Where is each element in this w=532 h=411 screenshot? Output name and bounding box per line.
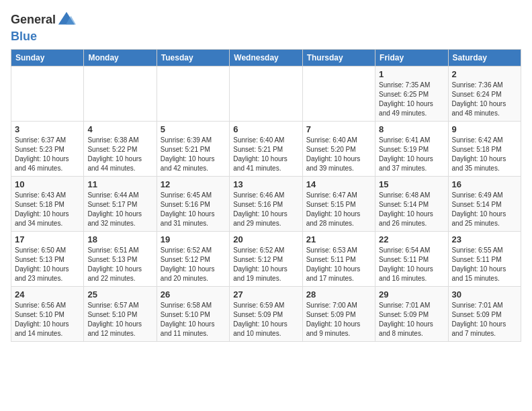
day-number: 23 [452, 234, 517, 244]
day-info: Sunrise: 6:55 AM Sunset: 5:11 PM Dayligh… [452, 246, 517, 283]
calendar-cell: 12Sunrise: 6:45 AM Sunset: 5:16 PM Dayli… [157, 177, 229, 232]
calendar-cell: 20Sunrise: 6:52 AM Sunset: 5:12 PM Dayli… [230, 232, 302, 287]
calendar-week-row: 3Sunrise: 6:37 AM Sunset: 5:23 PM Daylig… [11, 122, 521, 177]
calendar-cell: 10Sunrise: 6:43 AM Sunset: 5:18 PM Dayli… [11, 177, 84, 232]
logo-icon [57, 11, 76, 30]
day-info: Sunrise: 7:35 AM Sunset: 6:25 PM Dayligh… [379, 81, 444, 118]
day-info: Sunrise: 6:49 AM Sunset: 5:14 PM Dayligh… [452, 191, 517, 228]
calendar-week-row: 10Sunrise: 6:43 AM Sunset: 5:18 PM Dayli… [11, 177, 521, 232]
calendar-cell: 5Sunrise: 6:39 AM Sunset: 5:21 PM Daylig… [157, 122, 229, 177]
calendar-cell: 30Sunrise: 7:01 AM Sunset: 5:09 PM Dayli… [448, 287, 521, 342]
day-info: Sunrise: 6:41 AM Sunset: 5:19 PM Dayligh… [379, 136, 444, 173]
day-number: 17 [15, 234, 80, 244]
weekday-header-saturday: Saturday [448, 50, 521, 66]
weekday-header-wednesday: Wednesday [230, 50, 302, 66]
day-info: Sunrise: 6:38 AM Sunset: 5:22 PM Dayligh… [87, 136, 152, 173]
day-info: Sunrise: 6:56 AM Sunset: 5:10 PM Dayligh… [15, 301, 80, 338]
day-info: Sunrise: 6:42 AM Sunset: 5:18 PM Dayligh… [452, 136, 517, 173]
calendar-week-row: 24Sunrise: 6:56 AM Sunset: 5:10 PM Dayli… [11, 287, 521, 342]
calendar-cell: 25Sunrise: 6:57 AM Sunset: 5:10 PM Dayli… [84, 287, 157, 342]
day-number: 26 [161, 289, 226, 300]
day-number: 11 [87, 179, 152, 189]
day-info: Sunrise: 6:51 AM Sunset: 5:13 PM Dayligh… [87, 246, 152, 283]
day-number: 1 [379, 69, 444, 79]
calendar-cell: 29Sunrise: 7:01 AM Sunset: 5:09 PM Dayli… [375, 287, 448, 342]
day-number: 2 [452, 69, 517, 79]
calendar-cell: 16Sunrise: 6:49 AM Sunset: 5:14 PM Dayli… [448, 177, 521, 232]
day-info: Sunrise: 7:01 AM Sunset: 5:09 PM Dayligh… [452, 301, 517, 338]
calendar-cell: 6Sunrise: 6:40 AM Sunset: 5:21 PM Daylig… [230, 122, 302, 177]
calendar-week-row: 1Sunrise: 7:35 AM Sunset: 6:25 PM Daylig… [11, 66, 521, 122]
day-number: 7 [306, 124, 371, 134]
calendar-cell: 8Sunrise: 6:41 AM Sunset: 5:19 PM Daylig… [375, 122, 448, 177]
calendar-cell: 17Sunrise: 6:50 AM Sunset: 5:13 PM Dayli… [11, 232, 84, 287]
day-number: 5 [161, 124, 226, 134]
day-number: 24 [15, 289, 80, 300]
calendar-cell: 28Sunrise: 7:00 AM Sunset: 5:09 PM Dayli… [302, 287, 375, 342]
calendar-cell [157, 66, 229, 122]
day-number: 18 [87, 234, 152, 244]
day-info: Sunrise: 7:00 AM Sunset: 5:09 PM Dayligh… [306, 301, 371, 338]
day-number: 6 [233, 124, 298, 134]
day-info: Sunrise: 6:52 AM Sunset: 5:12 PM Dayligh… [161, 246, 226, 283]
day-info: Sunrise: 7:36 AM Sunset: 6:24 PM Dayligh… [452, 81, 517, 118]
day-info: Sunrise: 6:40 AM Sunset: 5:20 PM Dayligh… [306, 136, 371, 173]
day-number: 19 [161, 234, 226, 244]
day-number: 12 [161, 179, 226, 189]
calendar-cell: 19Sunrise: 6:52 AM Sunset: 5:12 PM Dayli… [157, 232, 229, 287]
day-info: Sunrise: 6:39 AM Sunset: 5:21 PM Dayligh… [161, 136, 226, 173]
day-number: 16 [452, 179, 517, 189]
day-info: Sunrise: 6:45 AM Sunset: 5:16 PM Dayligh… [161, 191, 226, 228]
day-info: Sunrise: 6:44 AM Sunset: 5:17 PM Dayligh… [87, 191, 152, 228]
day-info: Sunrise: 6:54 AM Sunset: 5:11 PM Dayligh… [379, 246, 444, 283]
day-info: Sunrise: 6:48 AM Sunset: 5:14 PM Dayligh… [379, 191, 444, 228]
weekday-header-tuesday: Tuesday [157, 50, 229, 66]
day-number: 25 [87, 289, 152, 300]
day-info: Sunrise: 6:46 AM Sunset: 5:16 PM Dayligh… [233, 191, 298, 228]
calendar-cell: 27Sunrise: 6:59 AM Sunset: 5:09 PM Dayli… [230, 287, 302, 342]
weekday-header-monday: Monday [84, 50, 157, 66]
calendar-cell: 23Sunrise: 6:55 AM Sunset: 5:11 PM Dayli… [448, 232, 521, 287]
calendar-cell: 15Sunrise: 6:48 AM Sunset: 5:14 PM Dayli… [375, 177, 448, 232]
day-number: 29 [379, 289, 444, 300]
calendar-cell: 4Sunrise: 6:38 AM Sunset: 5:22 PM Daylig… [84, 122, 157, 177]
day-number: 15 [379, 179, 444, 189]
day-info: Sunrise: 6:53 AM Sunset: 5:11 PM Dayligh… [306, 246, 371, 283]
weekday-header-row: SundayMondayTuesdayWednesdayThursdayFrid… [11, 50, 521, 66]
day-info: Sunrise: 6:40 AM Sunset: 5:21 PM Dayligh… [233, 136, 298, 173]
calendar-week-row: 17Sunrise: 6:50 AM Sunset: 5:13 PM Dayli… [11, 232, 521, 287]
day-info: Sunrise: 6:57 AM Sunset: 5:10 PM Dayligh… [87, 301, 152, 338]
logo: General Blue [11, 11, 76, 44]
weekday-header-friday: Friday [375, 50, 448, 66]
day-info: Sunrise: 6:43 AM Sunset: 5:18 PM Dayligh… [15, 191, 80, 228]
calendar-cell: 11Sunrise: 6:44 AM Sunset: 5:17 PM Dayli… [84, 177, 157, 232]
calendar-cell: 18Sunrise: 6:51 AM Sunset: 5:13 PM Dayli… [84, 232, 157, 287]
day-info: Sunrise: 6:50 AM Sunset: 5:13 PM Dayligh… [15, 246, 80, 283]
calendar-cell: 14Sunrise: 6:47 AM Sunset: 5:15 PM Dayli… [302, 177, 375, 232]
calendar-cell: 26Sunrise: 6:58 AM Sunset: 5:10 PM Dayli… [157, 287, 229, 342]
calendar-cell: 3Sunrise: 6:37 AM Sunset: 5:23 PM Daylig… [11, 122, 84, 177]
day-number: 14 [306, 179, 371, 189]
calendar-cell: 1Sunrise: 7:35 AM Sunset: 6:25 PM Daylig… [375, 66, 448, 122]
day-info: Sunrise: 6:47 AM Sunset: 5:15 PM Dayligh… [306, 191, 371, 228]
day-info: Sunrise: 6:52 AM Sunset: 5:12 PM Dayligh… [233, 246, 298, 283]
day-info: Sunrise: 7:01 AM Sunset: 5:09 PM Dayligh… [379, 301, 444, 338]
day-number: 10 [15, 179, 80, 189]
calendar-cell: 22Sunrise: 6:54 AM Sunset: 5:11 PM Dayli… [375, 232, 448, 287]
calendar-cell: 2Sunrise: 7:36 AM Sunset: 6:24 PM Daylig… [448, 66, 521, 122]
page-header: General Blue [11, 11, 521, 44]
day-number: 9 [452, 124, 517, 134]
day-number: 8 [379, 124, 444, 134]
day-number: 27 [233, 289, 298, 300]
logo-general-text: General [11, 13, 56, 27]
day-info: Sunrise: 6:58 AM Sunset: 5:10 PM Dayligh… [161, 301, 226, 338]
calendar-cell [302, 66, 375, 122]
day-number: 3 [15, 124, 80, 134]
day-number: 22 [379, 234, 444, 244]
calendar-cell: 9Sunrise: 6:42 AM Sunset: 5:18 PM Daylig… [448, 122, 521, 177]
day-info: Sunrise: 6:59 AM Sunset: 5:09 PM Dayligh… [233, 301, 298, 338]
calendar-cell [84, 66, 157, 122]
day-number: 4 [87, 124, 152, 134]
weekday-header-sunday: Sunday [11, 50, 84, 66]
calendar-cell [230, 66, 302, 122]
